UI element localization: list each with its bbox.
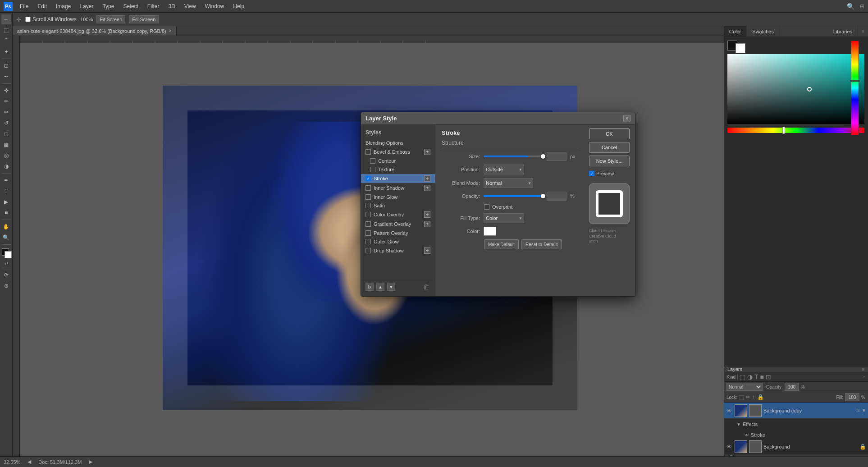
hue-slider-thumb[interactable] [782, 127, 785, 134]
background-swatch[interactable] [736, 43, 745, 53]
lasso-tool[interactable]: ⌒ [1, 36, 11, 46]
style-add-bevel[interactable]: + [424, 149, 430, 155]
healing-tool[interactable]: ✜ [1, 86, 11, 96]
scroll-all-windows-checkbox[interactable] [25, 17, 31, 22]
style-add-stroke[interactable]: + [424, 175, 430, 182]
style-add-color-overlay[interactable]: + [424, 211, 430, 218]
brush-tool[interactable]: ✏ [1, 96, 11, 106]
hue-slider[interactable] [727, 128, 864, 133]
dodge-tool[interactable]: ◑ [1, 161, 11, 171]
lock-image-icon[interactable]: ✏ [746, 394, 750, 400]
layer-stroke-effect[interactable]: 👁 Stroke [724, 430, 868, 440]
style-item-color-overlay[interactable]: Color Overlay + [361, 210, 435, 219]
3d-rotate-tool[interactable]: ⟳ [1, 270, 11, 280]
make-default-btn[interactable]: Make Default [484, 239, 519, 249]
style-checkbox-bevel-emboss[interactable] [365, 149, 371, 155]
size-slider[interactable] [484, 156, 543, 157]
new-style-btn[interactable]: New Style... [589, 156, 630, 166]
move-tool[interactable]: ↔ [1, 14, 11, 24]
style-add-gradient-overlay[interactable]: + [424, 221, 430, 227]
3d-pan-tool[interactable]: ⊕ [1, 281, 11, 291]
fill-screen-btn[interactable]: Fill Screen [129, 15, 159, 23]
hand-tool[interactable]: ✋ [1, 222, 11, 232]
menu-layer[interactable]: Layer [76, 2, 97, 10]
style-item-pattern-overlay[interactable]: Pattern Overlay [361, 229, 435, 237]
style-item-bevel-emboss[interactable]: Bevel & Emboss + [361, 147, 435, 156]
path-selection-tool[interactable]: ▶ [1, 197, 11, 207]
lock-position-icon[interactable]: + [752, 394, 755, 400]
style-item-outer-glow[interactable]: Outer Glow [361, 238, 435, 246]
tab-swatches[interactable]: Swatches [747, 26, 780, 37]
menu-filter[interactable]: Filter [144, 2, 163, 10]
style-item-satin[interactable]: Satin [361, 201, 435, 210]
footer-up-icon[interactable]: ▲ [376, 283, 384, 291]
blend-mode-select-stroke[interactable]: Normal Multiply Screen [484, 178, 533, 188]
swap-colors-icon[interactable]: ⇄ [5, 261, 8, 266]
zoom-tool[interactable]: 🔍 [1, 233, 11, 243]
style-item-gradient-overlay[interactable]: Gradient Overlay + [361, 220, 435, 229]
shape-tool[interactable]: ■ [1, 208, 11, 218]
style-item-stroke[interactable]: Stroke + [361, 174, 435, 183]
menu-type[interactable]: Type [99, 2, 118, 10]
opacity-slider-thumb[interactable] [541, 194, 545, 198]
layer-visibility-eye-bg[interactable]: 👁 [726, 443, 733, 450]
opacity-slider[interactable] [484, 195, 543, 197]
style-add-inner-shadow[interactable]: + [424, 185, 430, 191]
menu-help[interactable]: Help [229, 2, 248, 10]
document-tab[interactable]: asian-cute-elegant-638484.jpg @ 32.6% (B… [13, 26, 177, 36]
status-nav-right[interactable]: ▶ [89, 459, 92, 465]
eraser-tool[interactable]: ◻ [1, 129, 11, 139]
reset-to-default-btn[interactable]: Reset to Default [521, 239, 562, 249]
style-item-inner-glow[interactable]: Inner Glow [361, 193, 435, 201]
size-value-input[interactable]: 55 [547, 152, 566, 161]
menu-edit[interactable]: Edit [34, 2, 50, 10]
layers-panel-options[interactable]: ≡ [862, 367, 864, 372]
foreground-color[interactable] [1, 247, 12, 258]
clone-stamp-tool[interactable]: ✂ [1, 107, 11, 117]
menu-window[interactable]: Window [201, 2, 228, 10]
lock-transparent-icon[interactable]: ⬚ [739, 394, 744, 400]
style-checkbox-gradient-overlay[interactable] [365, 221, 371, 227]
style-item-inner-shadow[interactable]: Inner Shadow + [361, 183, 435, 192]
layer-opacity-input[interactable] [785, 383, 799, 391]
color-spectrum-bar[interactable] [851, 41, 859, 135]
scroll-all-windows-label[interactable]: Scroll All Windows [25, 16, 77, 23]
style-item-blending-options[interactable]: Blending Options [361, 139, 435, 147]
color-picker-gradient[interactable] [727, 54, 864, 124]
tab-color[interactable]: Color [724, 26, 747, 37]
shape-filter-icon[interactable]: ■ [760, 373, 764, 380]
footer-fx-icon[interactable]: fx [365, 283, 374, 291]
tab-libraries[interactable]: Libraries [828, 26, 858, 37]
type-tool[interactable]: T [1, 186, 11, 196]
pixel-filter-icon[interactable]: ⬚ [740, 373, 745, 380]
menu-3d[interactable]: 3D [164, 2, 178, 10]
style-checkbox-texture[interactable] [370, 167, 375, 172]
pen-tool[interactable]: ✒ [1, 175, 11, 185]
preview-checkbox[interactable] [589, 171, 594, 176]
gradient-tool[interactable]: ▦ [1, 140, 11, 150]
layer-item-background[interactable]: 👁 Background 🔒 [724, 440, 868, 453]
style-checkbox-drop-shadow[interactable] [365, 248, 371, 253]
layer-blend-mode-select[interactable]: Normal Multiply Screen [726, 383, 763, 391]
filter-toggle[interactable]: ○ [863, 375, 865, 380]
search-icon[interactable]: 🔍 [847, 3, 854, 10]
crop-tool[interactable]: ⊡ [1, 61, 11, 71]
style-item-drop-shadow[interactable]: Drop Shadow + [361, 246, 435, 255]
color-picker-handle[interactable] [807, 87, 812, 92]
overprint-checkbox[interactable] [484, 204, 489, 210]
layer-fill-input[interactable] [845, 393, 859, 401]
style-add-drop-shadow[interactable]: + [424, 247, 430, 254]
smart-obj-filter-icon[interactable]: ⊡ [766, 373, 771, 380]
footer-delete-icon[interactable]: 🗑 [422, 283, 430, 291]
dialog-close-btn[interactable]: × [623, 115, 630, 122]
status-nav-left[interactable]: ◀ [27, 459, 31, 465]
style-checkbox-inner-shadow[interactable] [365, 185, 371, 191]
layer-fx-expand-icon[interactable]: ▼ [862, 408, 866, 413]
layer-stroke-eye[interactable]: 👁 [745, 433, 749, 438]
layer-item-background-copy[interactable]: 👁 Background copy fx ▼ [724, 403, 868, 419]
style-checkbox-pattern-overlay[interactable] [365, 230, 371, 236]
style-checkbox-stroke[interactable] [365, 176, 371, 181]
eyedropper-tool[interactable]: ✒ [1, 72, 11, 82]
menu-file[interactable]: File [16, 2, 32, 10]
adjustment-filter-icon[interactable]: ◑ [747, 373, 753, 380]
